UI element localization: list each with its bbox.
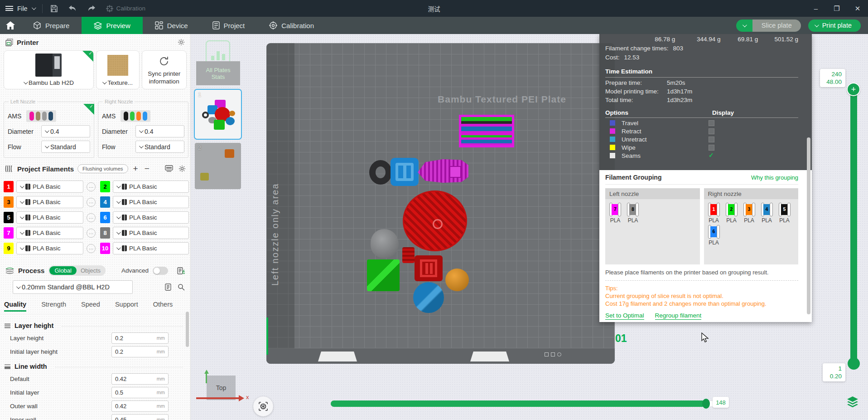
remove-filament-button[interactable]: − xyxy=(143,166,151,172)
filament-type-select[interactable]: PLA Basic xyxy=(16,227,83,239)
filament-type-select[interactable]: PLA Basic xyxy=(16,211,83,224)
tab-device[interactable]: Device xyxy=(143,17,200,34)
filament-color-chip[interactable]: 10 xyxy=(100,243,110,254)
ams-slots[interactable] xyxy=(121,110,150,122)
save-icon[interactable] xyxy=(50,5,58,13)
home-button[interactable] xyxy=(0,17,21,34)
view-cube[interactable]: Top xyxy=(207,376,236,400)
initial-layer-line-width-input[interactable]: 0.5mm xyxy=(111,387,169,398)
set-to-optimal-link[interactable]: Set to Optimal xyxy=(605,312,644,320)
initial-layer-height-input[interactable]: 0.2mm xyxy=(111,346,169,357)
close-button[interactable]: ✕ xyxy=(847,0,868,17)
filament-edit-button[interactable] xyxy=(87,198,96,207)
model-green-cube[interactable] xyxy=(367,259,400,291)
regroup-filament-link[interactable]: Regroup filament xyxy=(655,312,702,320)
layer-slider-top-handle[interactable]: + xyxy=(847,83,860,96)
model-ring[interactable] xyxy=(369,160,392,185)
layers-icon[interactable] xyxy=(846,396,859,408)
build-plate[interactable]: Left nozzle only area Bambu Textured PEI… xyxy=(266,43,615,364)
gear-icon[interactable] xyxy=(178,165,186,172)
filament-color-chip[interactable]: 5 xyxy=(4,212,14,223)
filament-color-chip[interactable]: 6 xyxy=(100,212,110,223)
tab-project[interactable]: Project xyxy=(200,17,257,34)
process-preset-select[interactable]: 0.20mm Standard @BBL H2D xyxy=(13,280,133,294)
filament-color-chip[interactable]: 3 xyxy=(4,196,14,208)
filament-type-select[interactable]: PLA Basic xyxy=(16,242,83,254)
tab-quality[interactable]: Quality xyxy=(4,301,26,312)
filament-edit-button[interactable] xyxy=(87,182,96,191)
slice-plate-button[interactable]: Slice plate xyxy=(736,20,801,32)
search-icon[interactable] xyxy=(178,283,185,291)
model-blue-cylinder[interactable] xyxy=(413,282,444,313)
tab-calibration[interactable]: Calibration xyxy=(257,17,326,34)
filament-type-select[interactable]: PLA Basic xyxy=(113,211,189,224)
filament-color-chip[interactable]: 4 xyxy=(100,196,110,208)
save-preset-icon[interactable] xyxy=(164,283,172,291)
printer-settings-gear-icon[interactable] xyxy=(178,39,185,46)
filament-edit-button[interactable] xyxy=(87,213,96,222)
display-checkbox[interactable] xyxy=(709,145,714,151)
model-calibration-pattern[interactable] xyxy=(459,115,514,147)
global-segment[interactable]: Global xyxy=(49,266,77,275)
ams-mapping-icon[interactable] xyxy=(165,165,173,172)
layer-slider-bottom-handle[interactable] xyxy=(848,357,860,370)
filament-type-select[interactable]: PLA Basic xyxy=(113,227,189,239)
tab-others[interactable]: Others xyxy=(153,301,173,312)
filament-type-select[interactable]: PLA Basic xyxy=(113,196,189,208)
left-flow-select[interactable]: Standard xyxy=(41,141,90,153)
tab-preview[interactable]: Preview xyxy=(82,17,142,34)
filament-type-select[interactable]: PLA Basic xyxy=(16,196,83,208)
outer-wall-line-width-input[interactable]: 0.42mm xyxy=(111,400,169,412)
step-slider[interactable] xyxy=(331,400,728,407)
right-flow-select[interactable]: Standard xyxy=(135,141,184,153)
printer-card[interactable]: ✓ Bambu Lab H2D xyxy=(4,50,94,89)
all-plates-stats-thumbnail[interactable]: All Plates Stats xyxy=(195,39,241,85)
minimize-button[interactable]: – xyxy=(805,0,826,17)
model-red-frame[interactable] xyxy=(415,255,443,281)
filament-type-select[interactable]: PLA Basic xyxy=(113,181,189,193)
plate-2-thumbnail[interactable]: 2 xyxy=(195,143,241,189)
menu-icon[interactable] xyxy=(5,6,13,11)
inner-wall-line-width-input[interactable]: 0.45mm xyxy=(111,414,169,420)
plate-type-card[interactable]: Texture... xyxy=(96,50,140,89)
filament-type-select[interactable]: PLA Basic xyxy=(113,242,189,254)
sync-printer-card[interactable]: Sync printer information xyxy=(142,50,187,89)
redo-icon[interactable] xyxy=(87,5,96,12)
filament-color-chip[interactable]: 2 xyxy=(100,181,110,192)
ams-slots[interactable] xyxy=(26,110,56,122)
panel-scrollbar[interactable] xyxy=(807,137,810,314)
plate-edge-icons[interactable] xyxy=(545,352,561,357)
print-dropdown-chevron-icon[interactable] xyxy=(815,23,819,27)
undo-icon[interactable] xyxy=(68,5,77,12)
global-objects-toggle[interactable]: Global Objects xyxy=(48,265,106,276)
print-plate-button[interactable]: Print plate xyxy=(808,20,861,32)
model-red-disc[interactable] xyxy=(403,190,467,251)
default-line-width-input[interactable]: 0.42mm xyxy=(111,373,169,385)
filament-color-chip[interactable]: 1 xyxy=(4,181,14,192)
tab-speed[interactable]: Speed xyxy=(81,301,100,312)
display-checkbox[interactable] xyxy=(709,153,714,159)
model-benchy-boat[interactable] xyxy=(418,159,468,183)
slice-dropdown-chevron-icon[interactable] xyxy=(736,20,752,32)
tab-strength[interactable]: Strength xyxy=(41,301,66,312)
chevron-down-icon[interactable] xyxy=(32,5,36,10)
slice-plate-label[interactable]: Slice plate xyxy=(752,20,801,32)
maximize-button[interactable]: ❐ xyxy=(826,0,847,17)
tab-prepare[interactable]: Prepare xyxy=(21,17,82,34)
filament-type-select[interactable]: PLA Basic xyxy=(16,181,83,193)
why-this-grouping-link[interactable]: Why this grouping xyxy=(751,174,798,181)
file-menu[interactable]: File xyxy=(17,5,28,12)
step-slider-handle[interactable] xyxy=(702,399,710,409)
model-small-red-block[interactable] xyxy=(402,247,415,263)
filament-color-chip[interactable]: 9 xyxy=(4,243,14,254)
layer-height-input[interactable]: 0.2mm xyxy=(111,332,169,344)
filament-edit-button[interactable] xyxy=(87,229,96,238)
left-diameter-select[interactable]: 0.4 xyxy=(41,125,90,137)
sidebar-scrollbar[interactable] xyxy=(186,312,189,347)
model-orange-sphere[interactable] xyxy=(445,269,469,291)
filament-edit-button[interactable] xyxy=(87,244,96,253)
filament-color-chip[interactable]: 7 xyxy=(4,227,14,239)
right-diameter-select[interactable]: 0.4 xyxy=(135,125,184,137)
filament-color-chip[interactable]: 8 xyxy=(100,227,110,239)
model-gray-rock[interactable] xyxy=(371,229,399,258)
